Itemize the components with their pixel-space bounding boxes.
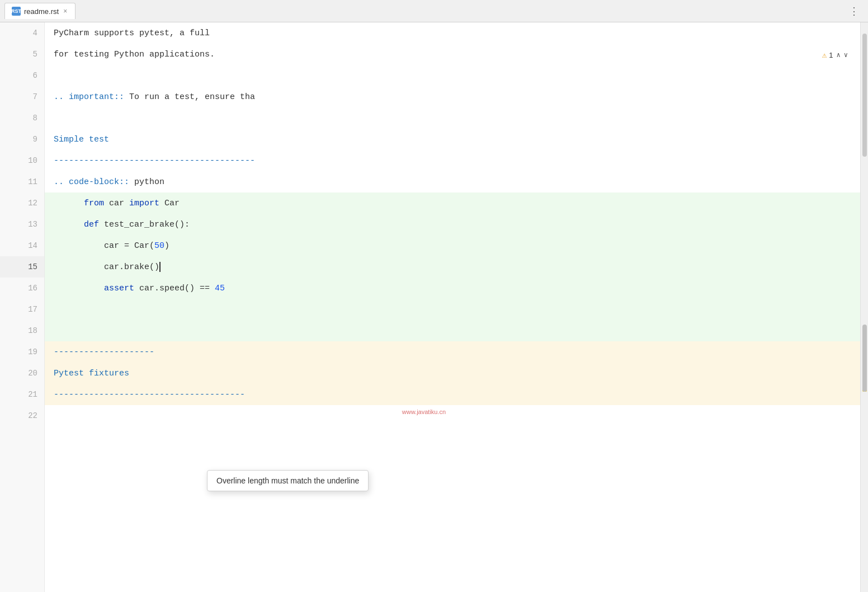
code-line-13: def test_car_brake(): — [45, 214, 860, 235]
line-number-13: 13 — [0, 214, 44, 235]
line7-text: To run a test, ensure tha — [124, 92, 255, 102]
code-line-22 — [45, 405, 860, 426]
line21-dashes: -------------------------------------- — [54, 390, 245, 400]
line-number-16: 16 — [0, 278, 44, 299]
code-line-16: assert car.speed() == 45 — [45, 278, 860, 299]
line11-directive-dots: .. — [54, 177, 69, 187]
error-tooltip: Overline length must match the underline — [207, 470, 369, 491]
line5-text: for testing Python applications. — [54, 50, 215, 59]
warning-triangle-icon: ⚠ — [822, 50, 827, 60]
code-line-18 — [45, 320, 860, 341]
line-number-8: 8 — [0, 107, 44, 129]
code-line-5: for testing Python applications. — [45, 44, 860, 65]
line13-funcname: test_car_brake(): — [99, 220, 190, 229]
code-line-7: .. important:: To run a test, ensure tha — [45, 86, 860, 107]
line16-assert: assert — [104, 284, 134, 293]
editor-menu-icon[interactable]: ⋮ — [845, 3, 864, 20]
line16-speed: car.speed() == — [134, 284, 215, 293]
text-cursor — [159, 262, 161, 272]
line12-class: Car — [159, 199, 180, 208]
tab-bar: RST readme.rst × ⋮ — [0, 0, 868, 22]
warning-nav-down[interactable]: ∨ — [843, 51, 849, 59]
tooltip-text: Overline length must match the underline — [216, 476, 359, 485]
line20-heading: Pytest fixtures — [54, 369, 129, 378]
scrollbar-thumb-bottom[interactable] — [862, 325, 867, 392]
line13-def: def — [84, 220, 99, 229]
line14-paren: ) — [164, 241, 169, 251]
warning-nav-arrows: ∧ ∨ — [836, 51, 849, 59]
line-number-22: 22 — [0, 405, 44, 426]
line-number-19: 19 — [0, 341, 44, 363]
line15-brake: car.brake() — [104, 262, 159, 272]
code-line-10: ---------------------------------------- — [45, 150, 860, 171]
line19-dashes: -------------------- — [54, 347, 154, 357]
line-number-4: 4 — [0, 22, 44, 44]
line9-heading: Simple test — [54, 135, 109, 144]
warning-nav-up[interactable]: ∧ — [836, 51, 842, 59]
vertical-scrollbar[interactable] — [860, 22, 868, 592]
line10-dashes: ---------------------------------------- — [54, 156, 255, 166]
line12-from: from — [84, 199, 104, 208]
tab-filename: readme.rst — [24, 7, 59, 16]
code-line-17 — [45, 299, 860, 320]
line-number-6: 6 — [0, 65, 44, 86]
code-line-6 — [45, 65, 860, 86]
code-line-19: -------------------- — [45, 341, 860, 363]
line-number-18: 18 — [0, 320, 44, 341]
line12-import: import — [129, 199, 159, 208]
line-number-21: 21 — [0, 384, 44, 405]
line11-directive-name: code-block:: — [69, 177, 129, 187]
line4-text: PyCharm supports pytest, a full — [54, 29, 210, 38]
line-number-14: 14 — [0, 235, 44, 256]
warning-banner: ⚠ 1 ∧ ∨ — [822, 50, 849, 60]
code-line-9: Simple test — [45, 129, 860, 150]
code-line-8 — [45, 107, 860, 129]
line7-directive: .. — [54, 92, 69, 102]
line-number-15: 15 — [0, 256, 44, 278]
line11-lang: python — [129, 177, 164, 187]
scrollbar-thumb-top[interactable] — [862, 34, 867, 157]
line-number-7: 7 — [0, 86, 44, 107]
warning-count: 1 — [829, 51, 833, 59]
line-number-11: 11 — [0, 171, 44, 192]
rst-file-icon: RST — [12, 7, 21, 16]
code-line-4: PyCharm supports pytest, a full — [45, 22, 860, 44]
line-number-10: 10 — [0, 150, 44, 171]
line-number-12: 12 — [0, 192, 44, 214]
code-editor[interactable]: ⚠ 1 ∧ ∨ PyCharm supports pytest, a full … — [45, 22, 860, 592]
line-number-9: 9 — [0, 129, 44, 150]
code-line-14: car = Car(50) — [45, 235, 860, 256]
line16-number: 45 — [215, 284, 225, 293]
code-line-21: -------------------------------------- — [45, 384, 860, 405]
line-number-17: 17 — [0, 299, 44, 320]
tab-list: RST readme.rst × — [4, 3, 76, 19]
readme-tab[interactable]: RST readme.rst × — [4, 3, 76, 19]
tab-close-button[interactable]: × — [62, 7, 68, 15]
code-line-11: .. code-block:: python — [45, 171, 860, 192]
line-number-20: 20 — [0, 363, 44, 384]
line-numbers-gutter: 4 5 6 7 8 9 10 11 12 13 14 15 16 17 18 1… — [0, 22, 45, 592]
code-line-12: from car import Car — [45, 192, 860, 214]
line7-directive-name: important:: — [69, 92, 124, 102]
line-number-5: 5 — [0, 44, 44, 65]
line14-car-assign: car = Car( — [104, 241, 154, 251]
editor-container: 4 5 6 7 8 9 10 11 12 13 14 15 16 17 18 1… — [0, 22, 868, 592]
code-line-15: car.brake() — [45, 256, 860, 278]
code-line-20: Pytest fixtures — [45, 363, 860, 384]
line12-module: car — [104, 199, 129, 208]
line14-number: 50 — [154, 241, 164, 251]
